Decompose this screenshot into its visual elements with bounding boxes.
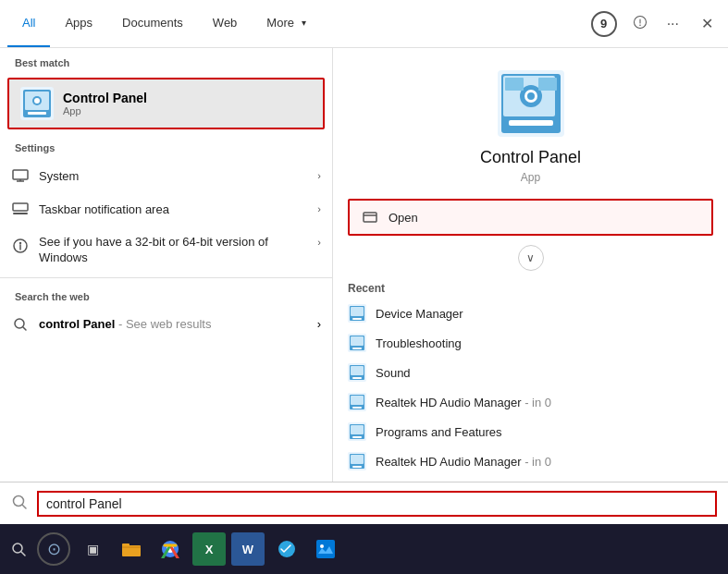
tab-more[interactable]: More ▾ <box>252 0 321 47</box>
open-button[interactable]: Open <box>348 199 713 236</box>
taskbar: ⊙ ▣ X W <box>0 524 728 574</box>
settings-item-system-text: System <box>39 169 317 183</box>
svg-rect-8 <box>13 213 28 214</box>
best-match-subtitle: App <box>63 105 147 116</box>
settings-item-taskbar-text: Taskbar notification area <box>39 202 317 216</box>
close-button[interactable]: ✕ <box>694 11 721 36</box>
best-match-label: Best match <box>0 48 332 74</box>
best-match-title: Control Panel <box>63 91 147 105</box>
right-app-subtitle: App <box>521 171 540 184</box>
tab-documents[interactable]: Documents <box>107 0 198 47</box>
svg-rect-18 <box>505 78 524 91</box>
ellipsis-icon[interactable]: ··· <box>663 12 683 36</box>
settings-list: System › Taskbar notification area › <box>0 159 332 274</box>
search-web-suffix: - See web results <box>115 317 211 331</box>
svg-rect-28 <box>352 348 362 349</box>
chevron-right-icon: › <box>317 170 321 181</box>
settings-item-bitness[interactable]: See if you have a 32-bit or 64-bit versi… <box>0 226 332 274</box>
open-icon <box>361 208 379 226</box>
svg-rect-19 <box>538 78 557 91</box>
search-bar-icon <box>11 494 28 514</box>
best-match-item[interactable]: Control Panel App <box>7 78 325 129</box>
svg-point-4 <box>34 98 40 104</box>
recent-item-realtek-1[interactable]: Realtek HD Audio Manager - in 0 <box>333 387 728 417</box>
chevron-down-icon: ▾ <box>302 18 306 28</box>
taskbar-telegram-button[interactable] <box>270 532 303 566</box>
svg-point-16 <box>527 92 535 100</box>
taskbar-word-button[interactable]: W <box>231 532 265 566</box>
open-button-wrapper: Open <box>333 195 728 239</box>
svg-rect-6 <box>13 170 28 179</box>
notification-badge[interactable]: 9 <box>591 11 617 37</box>
search-container: Best match Control Panel App Settings <box>0 48 728 524</box>
svg-rect-44 <box>352 466 362 468</box>
chevron-right-icon-4: › <box>317 317 321 331</box>
recent-item-sound[interactable]: Sound <box>333 358 728 387</box>
svg-rect-7 <box>13 203 28 211</box>
svg-rect-31 <box>351 366 364 375</box>
svg-point-45 <box>14 495 24 506</box>
svg-rect-27 <box>351 336 364 346</box>
recent-item-device-manager[interactable]: Device Manager <box>333 299 728 328</box>
svg-rect-17 <box>509 120 553 126</box>
chevron-down-icon-right: ∨ <box>526 251 535 264</box>
recent-label: Recent <box>333 276 728 299</box>
right-app-title: Control Panel <box>480 148 581 167</box>
control-panel-icon <box>20 87 54 120</box>
taskbar-icon <box>11 200 30 218</box>
left-panel: Best match Control Panel App Settings <box>0 48 333 524</box>
settings-item-system[interactable]: System › <box>0 159 332 192</box>
search-input[interactable] <box>37 491 717 517</box>
taskbar-chrome-button[interactable] <box>154 532 187 566</box>
taskbar-cortana-button[interactable]: ⊙ <box>37 532 70 566</box>
recent-item-text: Device Manager <box>376 307 463 321</box>
tab-web[interactable]: Web <box>198 0 253 47</box>
recent-item-text: Troubleshooting <box>376 336 462 350</box>
recent-item-text: Programs and Features <box>376 425 502 439</box>
settings-item-bitness-text: See if you have a 32-bit or 64-bit versi… <box>39 235 317 266</box>
taskbar-search-button[interactable] <box>4 534 33 564</box>
tab-all[interactable]: All <box>7 0 50 47</box>
svg-rect-35 <box>351 396 364 405</box>
expand-button[interactable]: ∨ <box>518 245 544 271</box>
recent-item-troubleshooting[interactable]: Troubleshooting <box>333 328 728 358</box>
control-panel-large-icon <box>498 70 564 137</box>
chevron-right-icon-3: › <box>317 237 321 248</box>
search-web-query: control Panel <box>39 317 115 331</box>
svg-rect-32 <box>352 377 362 379</box>
svg-rect-48 <box>122 543 130 546</box>
info-icon <box>11 237 30 255</box>
settings-item-taskbar[interactable]: Taskbar notification area › <box>0 192 332 226</box>
svg-rect-23 <box>351 307 364 316</box>
recent-item-realtek-2[interactable]: Realtek HD Audio Manager - in 0 <box>333 446 728 476</box>
settings-label: Settings <box>0 133 332 159</box>
svg-rect-43 <box>351 455 364 464</box>
search-bar-area <box>0 482 728 524</box>
svg-rect-5 <box>28 112 46 115</box>
recent-item-text: Sound <box>376 366 411 380</box>
monitor-icon <box>11 166 30 185</box>
search-web-label: Search the web <box>0 282 332 308</box>
recent-item-text: Realtek HD Audio Manager - in 0 <box>376 455 551 469</box>
taskbar-explorer-button[interactable] <box>115 532 148 566</box>
taskbar-taskview-button[interactable]: ▣ <box>76 532 109 566</box>
svg-rect-36 <box>352 407 362 409</box>
recent-item-text: Realtek HD Audio Manager - in 0 <box>376 396 551 409</box>
search-web-item[interactable]: control Panel - See web results › <box>0 308 332 341</box>
top-nav: All Apps Documents Web More ▾ 9 ··· ✕ <box>0 0 728 48</box>
taskbar-excel-button[interactable]: X <box>192 532 226 566</box>
feedback-icon[interactable] <box>628 10 652 38</box>
right-panel: Control Panel App Open ∨ Recent <box>333 48 728 524</box>
svg-rect-24 <box>352 318 362 320</box>
svg-rect-39 <box>351 425 364 434</box>
search-web-icon <box>11 315 30 334</box>
taskbar-photos-button[interactable] <box>309 532 342 566</box>
svg-rect-40 <box>352 436 362 438</box>
right-top: Control Panel App <box>333 48 728 195</box>
svg-point-53 <box>320 544 324 548</box>
svg-rect-20 <box>364 213 376 222</box>
svg-rect-52 <box>316 540 335 558</box>
open-button-label: Open <box>389 211 418 225</box>
recent-item-programs[interactable]: Programs and Features <box>333 417 728 446</box>
tab-apps[interactable]: Apps <box>50 0 107 47</box>
